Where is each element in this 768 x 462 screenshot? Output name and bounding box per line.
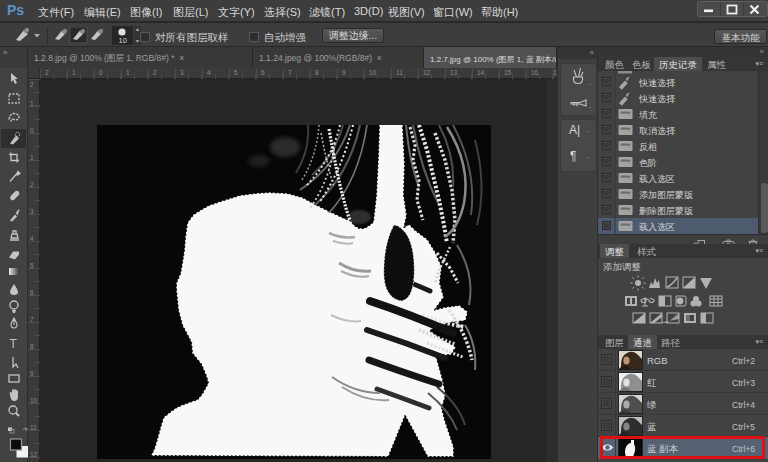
svg-text:10: 10 <box>119 36 127 45</box>
svg-text:T: T <box>10 337 18 351</box>
svg-text:-: - <box>589 79 592 88</box>
svg-text:-: - <box>589 102 592 111</box>
